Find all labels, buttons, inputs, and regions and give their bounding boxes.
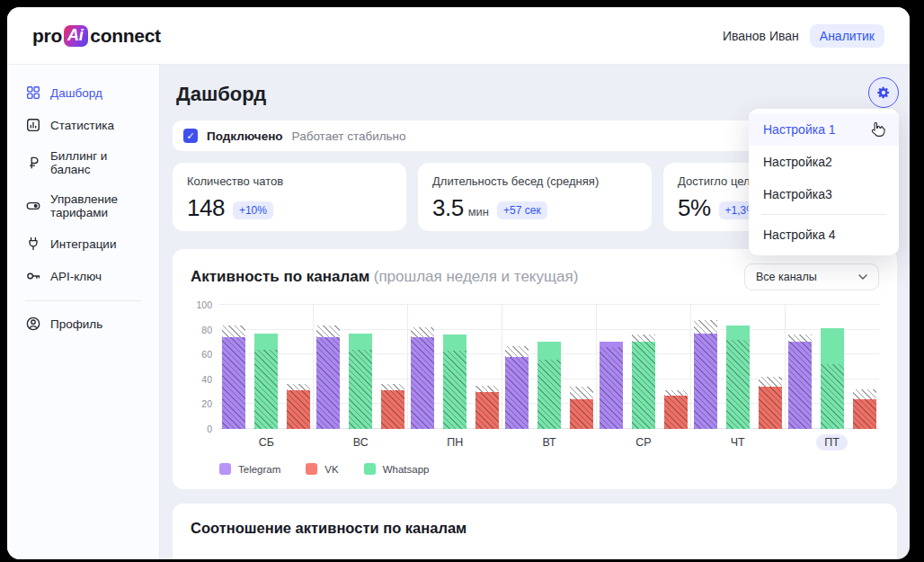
x-tick-label-ПТ: ПТ [785,436,879,449]
chart-plot [219,305,879,429]
logo-text-post: connect [90,25,160,47]
sidebar-item-профиль[interactable]: Профиль [25,316,150,332]
sidebar-item-label: Интеграции [50,237,116,251]
user-role-badge[interactable]: Аналитик [810,24,884,48]
sidebar-item-биллинг-и-баланс[interactable]: Биллинг и баланс [25,149,150,176]
bar-previous-overlap [538,360,561,429]
bar-telegram-ВС[interactable] [316,326,340,429]
bar-telegram-ПН[interactable] [411,327,434,429]
bar-telegram-ПТ[interactable] [788,335,812,429]
user-name: Иванов Иван [723,29,799,43]
bar-previous-overlap [853,399,876,429]
bar-vk-ПТ[interactable] [853,389,876,429]
stat-card-delta-badge: +10% [233,201,273,219]
bar-previous-overlap [632,342,655,429]
sidebar-item-label: Профиль [50,317,102,331]
bar-previous-excess [570,387,593,399]
chart-groups [219,305,879,429]
bar-whatsapp-ПТ[interactable] [821,328,844,429]
stat-card-1: Длительность бесед (средняя) 3.5 мин +57… [418,163,652,231]
bar-whatsapp-ВТ[interactable] [538,342,561,429]
sidebar-item-интеграции[interactable]: Интеграции [25,236,150,252]
bar-vk-ВТ[interactable] [570,387,593,429]
bar-vk-ЧТ[interactable] [759,377,782,429]
bar-previous-excess [505,346,529,357]
bar-whatsapp-ЧТ[interactable] [726,326,750,429]
sidebar-item-label: Дашборд [50,86,102,100]
share-panel-title: Соотношение активности по каналам [191,520,879,537]
bar-previous-excess [475,386,499,392]
bar-previous-excess [632,335,655,342]
bar-vk-ПН[interactable] [475,386,499,429]
menu-item-3[interactable]: Настройка3 [749,178,899,210]
sidebar-item-управление-тарифами[interactable]: Управление тарифами [25,192,150,219]
bar-whatsapp-СР[interactable] [632,335,655,429]
bar-previous-overlap [570,399,593,429]
bar-vk-ВС[interactable] [381,384,404,429]
chart-y-axis: 020406080100 [191,305,219,429]
menu-item-2[interactable]: Настройка2 [749,146,899,178]
bar-telegram-ЧТ[interactable] [694,320,717,429]
channels-filter-select[interactable]: Все каналы [744,263,879,290]
bar-previous-overlap [381,390,404,429]
y-tick-label: 40 [201,374,212,385]
bar-whatsapp-ПН[interactable] [443,335,466,429]
bar-previous-overlap [600,347,623,429]
app-logo: proAiconnect [32,25,161,47]
sidebar-item-api-ключ[interactable]: API-ключ [25,268,150,284]
bar-group-СБ [219,305,314,429]
bar-vk-СБ[interactable] [287,384,310,429]
bar-previous-overlap [821,364,844,429]
settings-dropdown-menu: Настройка 1Настройка2Настройка3Настройка… [749,109,899,255]
bar-chart: 020406080100 [191,305,879,475]
bar-previous-overlap [694,334,717,429]
bar-whatsapp-ВС[interactable] [349,334,372,429]
bar-telegram-СБ[interactable] [222,326,245,429]
menu-item-4[interactable]: Настройка 4 [749,219,899,251]
plug-icon [25,236,41,252]
y-tick-label: 100 [196,299,212,310]
bar-previous-excess [287,384,310,390]
bar-previous-overlap [505,357,529,429]
channels-filter-value: Все каналы [756,271,817,283]
chart-x-axis: СБВСПНВТСРЧТПТ [219,436,879,449]
stats-icon [25,117,41,133]
ruble-icon [25,155,41,171]
main-content: Дашборд ✓ Подключено Работает стабильно … [160,65,910,559]
bar-vk-СР[interactable] [664,390,688,429]
sidebar-item-статистика[interactable]: Статистика [25,117,150,133]
sidebar-item-label: Управление тарифами [50,192,150,219]
stat-card-0: Количество чатов 148 +10% [173,163,406,231]
bar-group-ЧТ [691,305,786,429]
x-tick-label-ВС: ВС [314,436,408,449]
bar-previous-overlap [788,342,812,429]
bar-previous-excess [411,327,434,337]
x-tick-label-ВТ: ВТ [502,436,597,449]
legend-item-telegram: Telegram [219,463,280,475]
settings-gear-button[interactable] [868,77,899,108]
page-title: Дашборд [176,83,897,106]
sidebar-item-label: Статистика [50,119,114,132]
bar-group-ВС [314,305,408,429]
bar-previous-overlap [443,351,466,429]
app-header: proAiconnect Иванов Иван Аналитик [7,7,910,65]
bar-telegram-СР[interactable] [600,342,623,429]
y-tick-label: 60 [201,349,212,360]
sidebar-item-label: API-ключ [50,270,102,283]
bar-telegram-ВТ[interactable] [505,346,529,429]
bar-previous-excess [381,384,404,390]
logo-text-pre: pro [32,25,62,47]
legend-label: Whatsapp [383,464,430,475]
bar-whatsapp-СБ[interactable] [254,334,278,429]
connected-checkbox[interactable]: ✓ [183,129,198,143]
share-item: Telegram - 47% [253,558,339,559]
bar-previous-overlap [287,390,310,429]
stat-card-title: Длительность бесед (средняя) [432,174,637,188]
share-panel: Соотношение активности по каналам Telegr… [173,504,897,559]
legend-item-whatsapp: Whatsapp [364,463,430,475]
bar-previous-excess [759,377,782,387]
sidebar-item-дашборд[interactable]: Дашборд [25,85,150,101]
legend-label: Telegram [238,464,280,475]
stat-card-value: 148 [187,194,225,222]
stat-card-value: 5% [678,194,711,222]
